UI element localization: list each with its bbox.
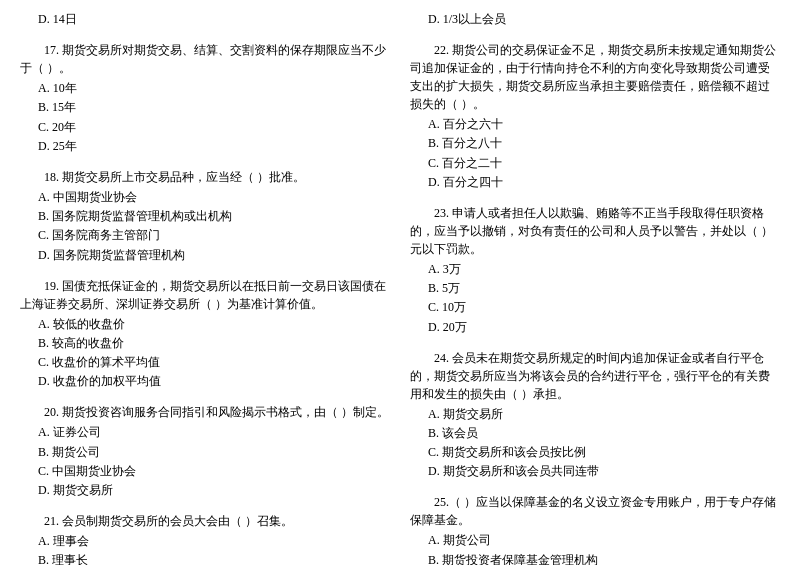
q20-c: C. 中国期货业协会 <box>20 462 390 481</box>
page-container: D. 14日 17. 期货交易所对期货交易、结算、交割资料的保存期限应当不少于（… <box>20 10 780 565</box>
q18-d: D. 国务院期货监督管理机构 <box>20 246 390 265</box>
q21-text: 21. 会员制期货交易所的会员大会由（ ）召集。 <box>20 512 390 530</box>
q19-text: 19. 国债充抵保证金的，期货交易所以在抵日前一交易日该国债在上海证券交易所、深… <box>20 277 390 313</box>
option-text: D. 14日 <box>20 10 390 29</box>
q18-c: C. 国务院商务主管部门 <box>20 226 390 245</box>
q17-c: C. 20年 <box>20 118 390 137</box>
left-column: D. 14日 17. 期货交易所对期货交易、结算、交割资料的保存期限应当不少于（… <box>20 10 390 565</box>
q24-c: C. 期货交易所和该会员按比例 <box>410 443 780 462</box>
q22-text: 22. 期货公司的交易保证金不足，期货交易所未按规定通知期货公司追加保证金的，由… <box>410 41 780 113</box>
q23-b: B. 5万 <box>410 279 780 298</box>
option-d-14: D. 14日 <box>20 10 390 29</box>
question-23: 23. 申请人或者担任人以欺骗、贿赂等不正当手段取得任职资格的，应当予以撤销，对… <box>410 204 780 337</box>
question-19: 19. 国债充抵保证金的，期货交易所以在抵日前一交易日该国债在上海证券交易所、深… <box>20 277 390 392</box>
q22-d: D. 百分之四十 <box>410 173 780 192</box>
q24-d: D. 期货交易所和该会员共同连带 <box>410 462 780 481</box>
q23-c: C. 10万 <box>410 298 780 317</box>
q22-b: B. 百分之八十 <box>410 134 780 153</box>
q25-a: A. 期货公司 <box>410 531 780 550</box>
q24-a: A. 期货交易所 <box>410 405 780 424</box>
q17-d: D. 25年 <box>20 137 390 156</box>
q20-text: 20. 期货投资咨询服务合同指引和风险揭示书格式，由（ ）制定。 <box>20 403 390 421</box>
question-20: 20. 期货投资咨询服务合同指引和风险揭示书格式，由（ ）制定。 A. 证券公司… <box>20 403 390 500</box>
q19-b: B. 较高的收盘价 <box>20 334 390 353</box>
q21-a: A. 理事会 <box>20 532 390 551</box>
q23-text: 23. 申请人或者担任人以欺骗、贿赂等不正当手段取得任职资格的，应当予以撤销，对… <box>410 204 780 258</box>
question-21: 21. 会员制期货交易所的会员大会由（ ）召集。 A. 理事会 B. 理事长 C… <box>20 512 390 565</box>
q17-text: 17. 期货交易所对期货交易、结算、交割资料的保存期限应当不少于（ ）。 <box>20 41 390 77</box>
q19-a: A. 较低的收盘价 <box>20 315 390 334</box>
q19-d: D. 收盘价的加权平均值 <box>20 372 390 391</box>
question-18: 18. 期货交易所上市交易品种，应当经（ ）批准。 A. 中国期货业协会 B. … <box>20 168 390 265</box>
q17-a: A. 10年 <box>20 79 390 98</box>
right-column: D. 1/3以上会员 22. 期货公司的交易保证金不足，期货交易所未按规定通知期… <box>410 10 780 565</box>
columns: D. 14日 17. 期货交易所对期货交易、结算、交割资料的保存期限应当不少于（… <box>20 10 780 565</box>
q17-b: B. 15年 <box>20 98 390 117</box>
q20-b: B. 期货公司 <box>20 443 390 462</box>
question-24: 24. 会员未在期货交易所规定的时间内追加保证金或者自行平仓的，期货交易所应当为… <box>410 349 780 482</box>
question-17: 17. 期货交易所对期货交易、结算、交割资料的保存期限应当不少于（ ）。 A. … <box>20 41 390 156</box>
option-d-member-text: D. 1/3以上会员 <box>410 10 780 29</box>
q18-text: 18. 期货交易所上市交易品种，应当经（ ）批准。 <box>20 168 390 186</box>
q20-a: A. 证券公司 <box>20 423 390 442</box>
q19-c: C. 收盘价的算术平均值 <box>20 353 390 372</box>
q24-b: B. 该会员 <box>410 424 780 443</box>
q22-c: C. 百分之二十 <box>410 154 780 173</box>
q23-a: A. 3万 <box>410 260 780 279</box>
q18-b: B. 国务院期货监督管理机构或出机构 <box>20 207 390 226</box>
q18-a: A. 中国期货业协会 <box>20 188 390 207</box>
q25-b: B. 期货投资者保障基金管理机构 <box>410 551 780 565</box>
q20-d: D. 期货交易所 <box>20 481 390 500</box>
question-22: 22. 期货公司的交易保证金不足，期货交易所未按规定通知期货公司追加保证金的，由… <box>410 41 780 192</box>
q21-b: B. 理事长 <box>20 551 390 565</box>
q24-text: 24. 会员未在期货交易所规定的时间内追加保证金或者自行平仓的，期货交易所应当为… <box>410 349 780 403</box>
question-25: 25.（ ）应当以保障基金的名义设立资金专用账户，用于专户存储保障基金。 A. … <box>410 493 780 565</box>
q22-a: A. 百分之六十 <box>410 115 780 134</box>
option-d-member: D. 1/3以上会员 <box>410 10 780 29</box>
q23-d: D. 20万 <box>410 318 780 337</box>
q25-text: 25.（ ）应当以保障基金的名义设立资金专用账户，用于专户存储保障基金。 <box>410 493 780 529</box>
